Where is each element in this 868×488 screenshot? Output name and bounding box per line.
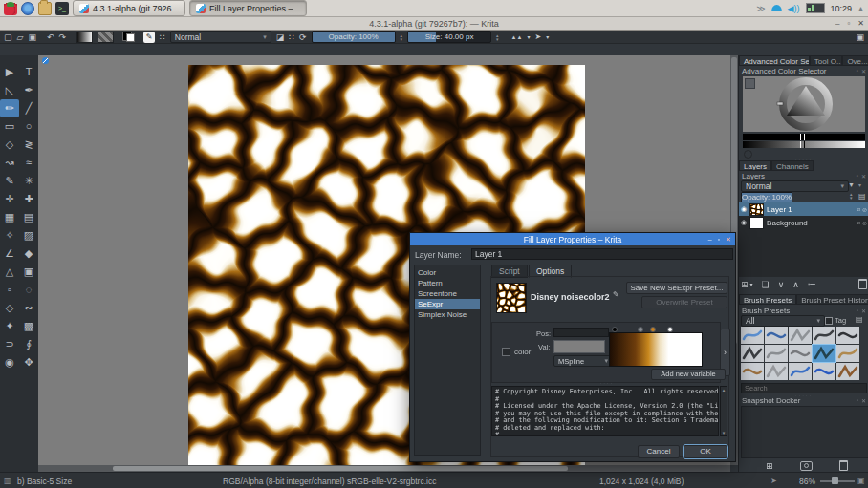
browser-icon[interactable] xyxy=(21,2,34,15)
gradient-stop-handle[interactable] xyxy=(667,327,673,332)
close-icon[interactable]: ✕ xyxy=(726,236,731,244)
brush-preset-item[interactable] xyxy=(741,363,764,380)
maximize-icon[interactable]: ▫ xyxy=(718,236,720,243)
zoom-tool[interactable]: ◉ xyxy=(0,353,19,371)
move-tool[interactable]: ✚ xyxy=(19,190,38,208)
interpolation-dropdown[interactable]: MSpline ▾ xyxy=(553,355,613,367)
layer-list-options-icon[interactable]: ▤ xyxy=(858,192,866,201)
color-sampler-tool[interactable]: ✧ xyxy=(0,226,19,244)
opacity-slider[interactable]: Opacity: 100% xyxy=(312,31,396,43)
lightness-bar[interactable] xyxy=(743,141,865,148)
minimize-icon[interactable]: – xyxy=(708,236,712,243)
eraser-mode-icon[interactable]: ◪ xyxy=(276,31,285,44)
reference-images-tool[interactable]: ▣ xyxy=(19,263,38,281)
scroll-up-icon[interactable]: ▴ xyxy=(723,387,726,393)
dock-tab-advanced-color-sel[interactable]: Advanced Color Sel... xyxy=(739,55,810,66)
camera-icon[interactable] xyxy=(800,461,813,471)
layer-opacity-slider[interactable]: Opacity: 100% xyxy=(741,192,792,202)
snapshot-list[interactable] xyxy=(741,406,868,458)
text-tool[interactable]: T xyxy=(19,63,38,81)
maximize-icon[interactable]: ▫ xyxy=(847,19,850,28)
overwrite-preset-button[interactable]: Overwrite Preset xyxy=(641,296,727,308)
mirror-horizontal-icon[interactable]: ▲▲ xyxy=(511,31,523,44)
chevron-down-icon[interactable]: ▾ xyxy=(750,281,753,287)
tag-filter-dropdown[interactable]: All ▾ xyxy=(741,315,825,327)
brush-preset-item[interactable] xyxy=(813,327,835,344)
brush-preset-item[interactable] xyxy=(836,345,859,362)
value-bar[interactable] xyxy=(743,134,865,140)
similar-select-tool[interactable]: ▩ xyxy=(19,317,38,335)
brush-editor-icon[interactable]: ✎ xyxy=(143,32,155,43)
size-spinner[interactable]: ▴▾ xyxy=(496,33,499,41)
tab-channels[interactable]: Channels xyxy=(771,160,814,171)
close-docker-icon[interactable]: ✕ xyxy=(861,397,866,404)
move-layer-down-icon[interactable]: ∨ xyxy=(778,280,785,289)
gradient-chooser[interactable] xyxy=(76,32,93,43)
polyline-tool[interactable]: ≷ xyxy=(19,136,38,154)
alpha-icon[interactable]: α xyxy=(857,206,860,213)
filter-layers-icon[interactable]: ▼ xyxy=(848,181,855,188)
add-variable-button[interactable]: Add new variable xyxy=(651,369,726,380)
advanced-color-selector[interactable] xyxy=(743,76,865,132)
dock-tab-tool-o[interactable]: Tool O... xyxy=(810,55,843,66)
assistants-tool[interactable]: △ xyxy=(0,263,19,281)
line-tool[interactable]: ╱ xyxy=(19,99,38,117)
edit-shapes-tool[interactable]: ◺ xyxy=(0,81,19,99)
brush-presets-grid-icon[interactable]: ∷ xyxy=(160,31,165,44)
generator-screentone[interactable]: Screentone xyxy=(415,288,480,299)
gradient-dots-icon[interactable]: ∷ xyxy=(289,31,294,44)
brush-preset-item[interactable] xyxy=(765,345,788,362)
undo-icon[interactable]: ↶ xyxy=(47,31,54,44)
multibrush-tool[interactable]: ✳ xyxy=(19,172,38,190)
dock-tab-ove[interactable]: Ove... xyxy=(842,55,868,66)
opacity-spinner[interactable]: ▴▾ xyxy=(401,33,403,41)
brush-size-slider[interactable]: Size: 40.00 px xyxy=(407,31,491,43)
variable-checkbox[interactable] xyxy=(502,348,510,356)
selector-shape-icon[interactable] xyxy=(745,78,755,89)
taskbar-window-krita[interactable]: 4.3.1-alpha (git 7926... xyxy=(73,0,185,16)
wifi-icon[interactable] xyxy=(771,5,782,11)
polygon-select-tool[interactable]: ◇ xyxy=(0,299,19,317)
close-docker-icon[interactable]: ✕ xyxy=(861,308,866,314)
save-document-icon[interactable]: ▣ xyxy=(28,31,36,44)
taskbar-window-fill-layer[interactable]: Fill Layer Properties –... xyxy=(189,0,307,16)
layer-blending-dropdown[interactable]: Normal ▾ xyxy=(741,180,849,192)
delete-layer-icon[interactable] xyxy=(858,279,867,289)
pattern-tool[interactable]: ▨ xyxy=(19,226,38,244)
bluetooth-icon[interactable]: ≫ xyxy=(756,4,765,13)
freehand-select-tool[interactable]: ∾ xyxy=(19,299,38,317)
gradient-stop-handle[interactable] xyxy=(638,327,643,332)
clock[interactable]: 10:29 xyxy=(831,4,853,13)
script-scrollbar[interactable]: ▴ ▾ xyxy=(720,386,727,436)
pos-input[interactable] xyxy=(553,328,609,337)
ellipse-tool[interactable]: ○ xyxy=(19,117,38,136)
create-snapshot-icon[interactable]: ⊞ xyxy=(766,461,773,471)
eject-icon[interactable]: ▲ xyxy=(857,5,864,11)
dialog-titlebar[interactable]: Fill Layer Properties – Krita – ▫ ✕ xyxy=(410,233,735,245)
brush-preset-item[interactable] xyxy=(836,327,859,344)
freehand-path-tool[interactable]: ≈ xyxy=(19,154,38,172)
selection-mode-icon[interactable]: ➤ xyxy=(770,477,777,485)
pattern-chooser[interactable] xyxy=(98,32,114,43)
brush-preset-item[interactable] xyxy=(813,363,835,380)
brush-preset-item[interactable] xyxy=(765,327,788,344)
zoom-slider[interactable] xyxy=(820,480,855,482)
magnetic-select-tool[interactable]: ⊃ xyxy=(0,335,19,353)
volume-icon[interactable]: ◀)) xyxy=(788,4,800,13)
pan-tool[interactable]: ✥ xyxy=(19,353,38,371)
layer-visibility-icon[interactable]: ◉ xyxy=(741,205,747,213)
tab-layers[interactable]: Layers xyxy=(739,160,771,171)
generator-simplex-noise[interactable]: Simplex Noise xyxy=(415,309,480,320)
float-docker-icon[interactable]: ▫ xyxy=(857,68,858,74)
brush-preset-item[interactable] xyxy=(813,345,835,362)
measure-tool[interactable]: ∠ xyxy=(0,244,19,263)
minimize-icon[interactable]: – xyxy=(835,19,839,28)
brush-preset-item[interactable] xyxy=(789,345,812,362)
shape-select-tool[interactable]: ▶ xyxy=(0,63,19,81)
brush-preset-item[interactable] xyxy=(765,363,788,380)
rectangle-tool[interactable]: ▭ xyxy=(0,117,19,136)
foreground-background-colors[interactable] xyxy=(122,32,135,42)
value-color-swatch[interactable] xyxy=(553,340,605,353)
reload-preset-icon[interactable]: ⟳ xyxy=(299,31,307,44)
layer-opacity-spinner[interactable]: ▴▾ xyxy=(850,192,853,200)
